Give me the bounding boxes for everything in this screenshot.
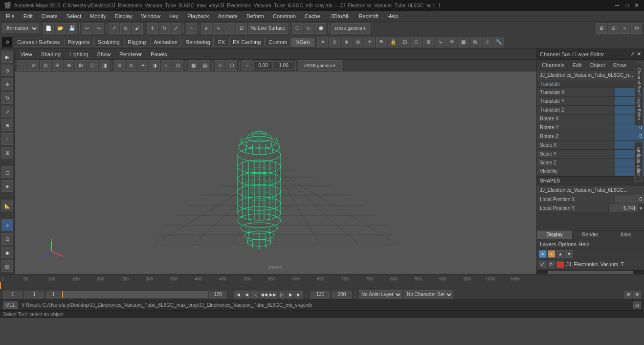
- fx-caching-tab[interactable]: FX Caching: [229, 38, 264, 46]
- tool-icon-8[interactable]: ⊡: [400, 37, 410, 47]
- vt-icon-cam-coords[interactable]: ↔: [242, 60, 252, 71]
- mode-dropdown[interactable]: Animation: [2, 23, 39, 33]
- edit-menu-cb[interactable]: Edit: [569, 61, 584, 69]
- lighting-menu[interactable]: Lighting: [66, 50, 92, 58]
- move-tool-lt[interactable]: ✛: [1, 78, 13, 90]
- vt-icon-8[interactable]: ⊡: [173, 60, 183, 71]
- tool-icon-6[interactable]: 👁: [376, 37, 387, 47]
- prev-keyframe-button[interactable]: ◁: [251, 291, 259, 299]
- vt-icon-hud[interactable]: ▤: [200, 60, 210, 71]
- vt-icon-xray[interactable]: ⊙: [126, 60, 136, 71]
- local-pos-x-value[interactable]: 0: [615, 195, 644, 204]
- measure-lt[interactable]: 📐: [1, 200, 13, 211]
- vt-icon-paint-fx[interactable]: ⊹: [215, 60, 225, 71]
- paint-select-lt[interactable]: ⊙: [1, 65, 13, 76]
- grid-lt[interactable]: ▧: [1, 260, 13, 272]
- menu-select[interactable]: Select: [63, 12, 86, 20]
- tool-settings-toggle[interactable]: ⚙: [631, 23, 642, 34]
- scale-tool-button[interactable]: ⤢: [171, 23, 181, 34]
- snap-view-button[interactable]: ⊡: [236, 23, 247, 34]
- timeline[interactable]: 1 50 100 150 200 250 300 350 400 450 500…: [0, 274, 644, 289]
- rigging-tab[interactable]: Rigging: [124, 38, 149, 46]
- undo-button[interactable]: ↩: [82, 23, 92, 34]
- local-pos-y-value[interactable]: 5.741: [608, 204, 638, 212]
- scale-x-row[interactable]: Scale X 1: [537, 141, 644, 150]
- visibility-row[interactable]: Visibility on: [537, 167, 644, 176]
- play-forward-button[interactable]: ▶▶: [269, 291, 277, 299]
- vt-icon-smooth[interactable]: ⬡: [87, 60, 98, 71]
- render-region-button[interactable]: ⬡: [292, 23, 303, 34]
- status-icon-button[interactable]: ⊡: [633, 301, 641, 309]
- snap-lt[interactable]: ◆: [1, 247, 13, 258]
- tool-icon-5[interactable]: ✛: [364, 37, 375, 47]
- anim-tab[interactable]: Anim: [608, 230, 644, 239]
- vt-icon-wireframe[interactable]: ⊞: [75, 60, 86, 71]
- expand-arrow-icon[interactable]: ▼: [638, 206, 644, 211]
- tool-icon-1[interactable]: ✕: [317, 37, 328, 47]
- layer-color-2[interactable]: ●: [548, 250, 555, 258]
- scale-z-row[interactable]: Scale Z 1: [537, 159, 644, 167]
- vt-icon-hypershade[interactable]: ⬡: [226, 60, 237, 71]
- cam-x-input[interactable]: [253, 61, 273, 70]
- tool-icon-15[interactable]: ⊹: [482, 37, 492, 47]
- select-tool-button[interactable]: ↗: [109, 23, 119, 34]
- local-pos-x-row[interactable]: Local Position X 0: [537, 195, 644, 204]
- close-button[interactable]: ✕: [633, 2, 640, 9]
- menu-window[interactable]: Window: [137, 12, 164, 20]
- xgen-tab[interactable]: XGen: [291, 38, 314, 46]
- render-scene-button[interactable]: ▷: [304, 23, 314, 34]
- rotate-z-value[interactable]: 0: [615, 132, 644, 140]
- rotate-tool-button[interactable]: ↻: [159, 23, 170, 34]
- vt-icon-isolate[interactable]: ⊟: [114, 60, 125, 71]
- paint-select-button[interactable]: 🖌: [132, 23, 143, 34]
- layer-move-up[interactable]: ▲: [556, 250, 564, 258]
- layer-playback-toggle[interactable]: P: [548, 261, 555, 268]
- layer-visibility-toggle[interactable]: V: [539, 261, 546, 268]
- save-scene-button[interactable]: 💾: [67, 23, 77, 34]
- vt-icon-3[interactable]: ⊡: [40, 60, 51, 71]
- tool-icon-14[interactable]: ⧉: [470, 37, 481, 47]
- menu-3dtoall[interactable]: -3DtoAll-: [325, 12, 354, 20]
- layers-menu-item[interactable]: Layers: [540, 241, 556, 247]
- vt-icon-light[interactable]: ☀: [137, 60, 148, 71]
- channel-box-toggle[interactable]: ⊞: [596, 23, 607, 34]
- menu-edit[interactable]: Edit: [20, 12, 37, 20]
- sculpting-tab[interactable]: Sculpting: [94, 38, 123, 46]
- anim-layer-select[interactable]: No Anim Layer: [359, 290, 402, 299]
- max-time-input[interactable]: [332, 291, 352, 299]
- rotate-y-row[interactable]: Rotate Y 0: [537, 123, 644, 132]
- snap-grid-button[interactable]: #: [201, 23, 212, 34]
- fx-tab[interactable]: FX: [215, 38, 228, 46]
- tool-icon-9[interactable]: ⬡: [411, 37, 422, 47]
- menu-animate[interactable]: Animate: [214, 12, 242, 20]
- move-tool-button[interactable]: ✛: [147, 23, 158, 34]
- translate-x-row[interactable]: Translate X 0: [537, 88, 644, 97]
- panels-menu[interactable]: Panels: [147, 50, 171, 58]
- channel-box-layer-tab[interactable]: Channel Box / Layer Editor: [635, 62, 644, 126]
- end-time-input[interactable]: [311, 291, 330, 299]
- renderer-menu[interactable]: Renderer: [115, 50, 146, 58]
- display-tab[interactable]: Display: [537, 230, 573, 239]
- cam-y-input[interactable]: [274, 61, 293, 70]
- custom-tab[interactable]: Custom: [266, 38, 291, 46]
- outliner-toggle[interactable]: ≡: [620, 23, 630, 34]
- show-menu[interactable]: Show: [93, 50, 115, 58]
- redo-button[interactable]: ↪: [93, 23, 104, 34]
- render-tab[interactable]: Render: [573, 230, 608, 239]
- menu-help[interactable]: Help: [383, 12, 402, 20]
- color-space-vt[interactable]: sRGB gamma ▾: [298, 60, 342, 71]
- axis-lt[interactable]: ⊹: [1, 219, 13, 231]
- menu-cache[interactable]: Cache: [301, 12, 324, 20]
- tool-icon-16[interactable]: 🔧: [493, 37, 504, 47]
- camera-lt[interactable]: ⊡: [1, 233, 13, 245]
- snap-curve-button[interactable]: ∿: [213, 23, 223, 34]
- step-back-button[interactable]: ◀: [243, 291, 250, 299]
- scale-y-row[interactable]: Scale Y 1: [537, 150, 644, 159]
- lasso-lt[interactable]: ◻: [1, 166, 13, 178]
- menu-create[interactable]: Create: [38, 12, 62, 20]
- open-scene-button[interactable]: 📂: [55, 23, 66, 34]
- vt-icon-4[interactable]: ✛: [52, 60, 63, 71]
- help-menu-item[interactable]: Help: [578, 241, 590, 247]
- character-set-select[interactable]: No Character Set: [404, 290, 453, 299]
- attr-editor-toggle[interactable]: ⊟: [608, 23, 619, 34]
